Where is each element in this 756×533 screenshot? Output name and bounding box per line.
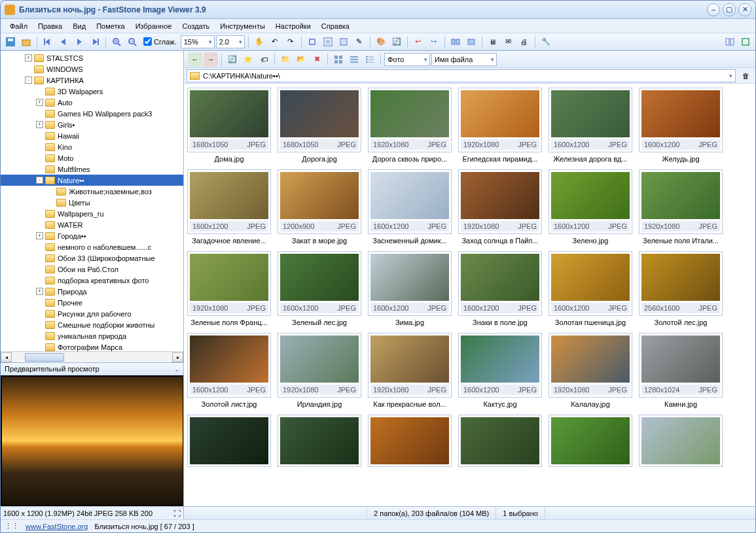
tree-item[interactable]: 3D Walpapers: [1, 86, 183, 97]
menu-Избранное[interactable]: Избранное: [130, 20, 177, 32]
tree-item[interactable]: +Города••: [1, 230, 183, 241]
smooth-checkbox[interactable]: Сглаж.: [143, 37, 177, 46]
titlebar[interactable]: Близиться ночь.jpg - FastStone Image Vie…: [1, 1, 755, 19]
tree-item[interactable]: подборка креативных фото: [1, 275, 183, 286]
tree-item[interactable]: Обои на Раб.Стол: [1, 264, 183, 275]
thumbnail[interactable]: [458, 415, 543, 467]
draw-icon[interactable]: ✎: [352, 35, 367, 49]
redo-icon[interactable]: ↪: [427, 35, 441, 49]
menu-Правка[interactable]: Правка: [33, 20, 67, 32]
thumbnail[interactable]: [187, 415, 272, 467]
thumbnail[interactable]: 1920x1080JPEGКалалау.jpg: [548, 333, 633, 408]
tree-item[interactable]: +Girls•: [1, 119, 183, 130]
thumbnail-area[interactable]: 1680x1050JPEGДома.jpg1680x1050JPEGДорога…: [184, 84, 755, 506]
tree-item[interactable]: WINDOWS: [1, 63, 183, 75]
expand-icon[interactable]: +: [36, 288, 43, 295]
tree-item[interactable]: Фотографии Марса: [1, 341, 183, 351]
tree-item[interactable]: Прочее: [1, 297, 183, 308]
canvas-icon[interactable]: [336, 35, 351, 49]
last-icon[interactable]: [88, 35, 102, 49]
thumbnail[interactable]: 1600x1200JPEGЗима.jpg: [367, 251, 452, 326]
thumbnail[interactable]: 1600x1200JPEGЗагадочное явление...: [187, 169, 272, 245]
slideshow-icon[interactable]: [464, 35, 478, 49]
nav-back-icon[interactable]: ←: [188, 52, 202, 67]
thumbnail[interactable]: 1920x1080JPEGЗеленые поля Франц...: [187, 251, 272, 326]
menu-Пометка[interactable]: Пометка: [91, 20, 130, 32]
rotate-left-icon[interactable]: ↶: [268, 35, 282, 49]
tree-item[interactable]: Животные;наземные,воз: [1, 186, 183, 197]
tree-item[interactable]: Games HD Wallpapers pack3: [1, 108, 183, 119]
view-thumbs-icon[interactable]: [331, 52, 346, 67]
tree-item[interactable]: немного о наболевшем......с: [1, 241, 183, 252]
adjust-icon[interactable]: 🎨: [374, 35, 388, 49]
crop-icon[interactable]: [305, 35, 319, 49]
sort-combo[interactable]: Имя файла: [431, 53, 497, 66]
email-icon[interactable]: ✉: [501, 35, 516, 49]
menu-Инструменты[interactable]: Инструменты: [215, 20, 270, 32]
tree-item[interactable]: Обои 33 (Широкоформатные: [1, 252, 183, 264]
view-list-icon[interactable]: [347, 52, 361, 67]
undo-icon[interactable]: ↩: [411, 35, 425, 49]
prev-icon[interactable]: [56, 35, 71, 49]
tree-item[interactable]: уникальная природа: [1, 330, 183, 341]
refresh-icon[interactable]: 🔄: [389, 35, 404, 49]
wallpaper-icon[interactable]: 🖥: [486, 35, 500, 49]
thumbnail[interactable]: 1920x1080JPEGДорога сквозь приро...: [367, 88, 452, 163]
trash-icon[interactable]: 🗑: [738, 69, 753, 83]
tree-item[interactable]: Цветы: [1, 197, 183, 208]
preview-image[interactable]: [1, 375, 183, 506]
maximize-button[interactable]: ▢: [723, 3, 736, 16]
collapse-icon[interactable]: -: [25, 77, 32, 84]
tree-item[interactable]: +STALSTCS: [1, 52, 183, 63]
tree-item[interactable]: Kino: [1, 141, 183, 152]
delete-icon[interactable]: ✖: [310, 52, 324, 67]
thumbnail[interactable]: 1920x1080JPEGЕгипедская пирамид...: [458, 88, 543, 163]
expand-icon[interactable]: +: [36, 99, 43, 106]
thumbnail[interactable]: 1600x1200JPEGКактус.jpg: [458, 333, 543, 408]
favorite-icon[interactable]: ⭐: [241, 52, 255, 67]
thumbnail[interactable]: 1920x1080JPEGЗаход солнца в Пайп...: [458, 169, 543, 245]
tree-item[interactable]: +Auto: [1, 97, 183, 108]
open-icon[interactable]: [19, 35, 33, 49]
thumbnail[interactable]: 2560x1600JPEGЗолотой лес.jpg: [638, 251, 723, 326]
scroll-right-button[interactable]: ▸: [172, 352, 183, 362]
compare-icon[interactable]: [448, 35, 463, 49]
menu-Вид[interactable]: Вид: [67, 20, 91, 32]
thumbnail[interactable]: 1600x1200JPEGЗолотая пшеница.jpg: [548, 251, 633, 326]
tree-item[interactable]: Смешные подборки животны: [1, 319, 183, 330]
move-to-icon[interactable]: 📂: [294, 52, 308, 67]
thumbnail[interactable]: 1920x1080JPEGИрландия.jpg: [277, 333, 362, 408]
tree-item[interactable]: Multfilmes: [1, 163, 183, 175]
tree-item[interactable]: -Nature••: [1, 175, 183, 186]
thumbnail[interactable]: 1600x1200JPEGЖелудь.jpg: [638, 88, 723, 163]
thumbnail[interactable]: 1200x900JPEGЗакат в море.jpg: [277, 169, 362, 245]
thumbnail[interactable]: 1600x1200JPEGЗелено.jpg: [548, 169, 633, 245]
address-dropdown-icon[interactable]: ▾: [729, 73, 732, 79]
view-detail-icon[interactable]: [363, 52, 377, 67]
thumbnail[interactable]: [548, 415, 633, 467]
preview-expand-icon[interactable]: ⛶: [173, 509, 181, 517]
address-input[interactable]: C:\КАРТИНКА\Nature••\ ▾: [187, 69, 736, 82]
thumbnail[interactable]: 1600x1200JPEGЗеленый лес.jpg: [277, 251, 362, 326]
tree-item[interactable]: -КАРТИНКА: [1, 75, 183, 86]
thumbnail[interactable]: [367, 415, 452, 467]
thumbnail[interactable]: 1600x1200JPEGЖелезная дорога вд...: [548, 88, 633, 163]
zoom-out-icon[interactable]: [125, 35, 139, 49]
minimize-button[interactable]: –: [707, 3, 720, 16]
close-button[interactable]: ✕: [738, 3, 751, 16]
layout-icon[interactable]: [723, 35, 737, 49]
copy-to-icon[interactable]: 📁: [278, 52, 293, 67]
tree-hscrollbar[interactable]: ◂ ▸: [1, 351, 183, 362]
menu-Файл[interactable]: Файл: [5, 20, 33, 32]
expand-icon[interactable]: +: [36, 232, 43, 239]
refresh-folder-icon[interactable]: 🔄: [225, 52, 240, 67]
resize-icon[interactable]: [321, 35, 335, 49]
scroll-left-button[interactable]: ◂: [1, 352, 12, 362]
thumbnail[interactable]: 1600x1200JPEGЗаснеженный домик...: [367, 169, 452, 245]
tag-icon[interactable]: 🏷: [257, 52, 271, 67]
thumbnail[interactable]: [638, 415, 723, 467]
menu-Создать[interactable]: Создать: [177, 20, 215, 32]
save-icon[interactable]: [3, 35, 18, 49]
thumbnail[interactable]: 1680x1050JPEGДома.jpg: [187, 88, 272, 163]
collapse-icon[interactable]: -: [36, 177, 43, 184]
